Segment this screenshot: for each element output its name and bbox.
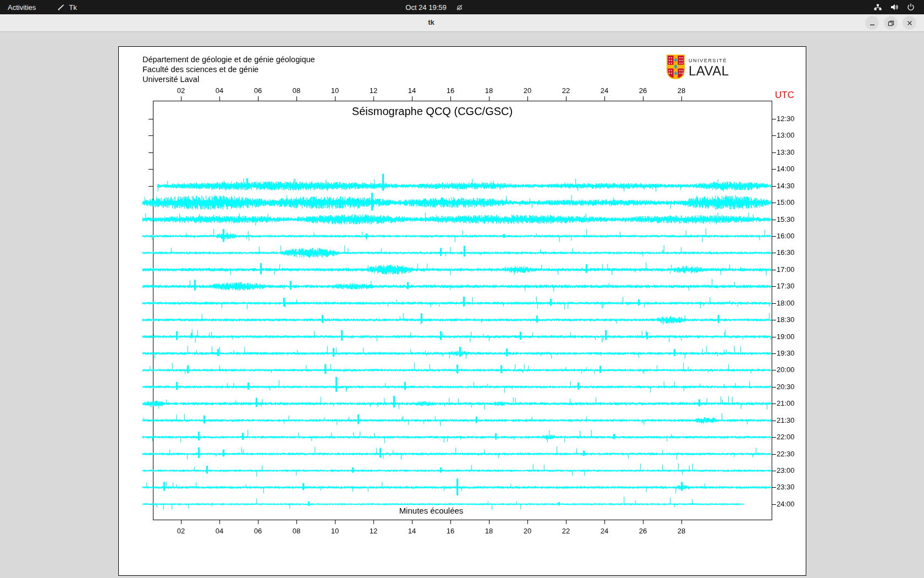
x-tick-label-bottom: 18 xyxy=(481,527,497,535)
utc-tick-label: 18:30 xyxy=(777,315,795,324)
volume-icon xyxy=(890,3,899,12)
app-menu[interactable]: Tk xyxy=(49,0,84,14)
utc-tick-label: 23:00 xyxy=(777,466,795,475)
x-tick-label-top: 26 xyxy=(635,86,651,95)
universite-laval-logo: UNIVERSITÉ LAVAL xyxy=(667,54,729,81)
plot-title: Séismographe QCQ (CGC/GSC) xyxy=(322,105,542,118)
tk-window-content: Département de géologie et de génie géol… xyxy=(0,32,924,578)
utc-tick-label: 21:00 xyxy=(777,399,795,407)
utc-tick-label: 16:30 xyxy=(777,248,795,257)
x-tick-label-bottom: 14 xyxy=(404,527,420,535)
x-tick-label-top: 16 xyxy=(443,86,458,95)
x-axis-title: Minutes écoulées xyxy=(349,506,514,515)
activities-button[interactable]: Activities xyxy=(0,0,43,14)
notifications-muted-icon xyxy=(455,3,464,12)
utc-tick-label: 12:30 xyxy=(777,114,795,123)
window-titlebar[interactable]: tk xyxy=(0,14,924,32)
close-button[interactable] xyxy=(903,16,916,30)
minimize-button[interactable] xyxy=(865,16,879,30)
utc-tick-label: 13:30 xyxy=(777,148,795,156)
x-tick-label-bottom: 02 xyxy=(173,527,189,535)
org-name-line3: Université Laval xyxy=(142,74,199,84)
logo-word-laval: LAVAL xyxy=(689,64,729,78)
seismograph-panel: Département de géologie et de génie géol… xyxy=(118,46,806,576)
system-status-menu[interactable] xyxy=(869,0,920,14)
utc-tick-label: 24:00 xyxy=(777,500,795,508)
tk-feather-icon xyxy=(57,3,65,12)
app-menu-label: Tk xyxy=(69,3,76,12)
x-tick-label-bottom: 16 xyxy=(443,527,458,535)
x-tick-label-top: 18 xyxy=(481,86,497,95)
utc-tick-label: 15:00 xyxy=(777,198,795,206)
org-name-line1: Département de géologie et de génie géol… xyxy=(142,54,315,64)
utc-tick-label: 18:00 xyxy=(777,299,795,307)
x-tick-label-bottom: 20 xyxy=(520,527,535,535)
x-tick-label-bottom: 26 xyxy=(635,527,651,535)
x-tick-label-top: 20 xyxy=(520,86,535,95)
x-tick-label-top: 10 xyxy=(327,86,343,95)
clock-label: Oct 24 19:59 xyxy=(405,3,446,12)
x-tick-label-bottom: 22 xyxy=(558,527,574,535)
seismograph-plot xyxy=(119,47,807,576)
utc-tick-label: 21:30 xyxy=(777,416,795,424)
x-tick-label-top: 12 xyxy=(366,86,381,95)
x-tick-label-bottom: 12 xyxy=(366,527,381,535)
x-tick-label-top: 04 xyxy=(212,86,227,95)
x-tick-label-bottom: 24 xyxy=(597,527,612,535)
window-title: tk xyxy=(418,18,444,26)
utc-tick-label: 16:00 xyxy=(777,232,795,240)
x-tick-label-bottom: 06 xyxy=(250,527,266,535)
x-tick-label-top: 14 xyxy=(404,86,420,95)
network-wired-icon xyxy=(873,3,882,12)
x-tick-label-top: 06 xyxy=(250,86,266,95)
top-bar: Activities Tk Oct 24 19:59 xyxy=(0,0,924,14)
utc-tick-label: 17:00 xyxy=(777,265,795,274)
utc-tick-label: 15:30 xyxy=(777,215,795,223)
x-tick-label-bottom: 08 xyxy=(289,527,304,535)
x-tick-label-top: 22 xyxy=(558,86,574,95)
utc-tick-label: 14:00 xyxy=(777,165,795,173)
utc-tick-label: 13:00 xyxy=(777,131,795,139)
x-tick-label-bottom: 28 xyxy=(674,527,689,535)
utc-tick-label: 19:00 xyxy=(777,332,795,341)
logo-word-universite: UNIVERSITÉ xyxy=(689,58,729,63)
utc-tick-label: 20:00 xyxy=(777,366,795,374)
utc-tick-label: 19:30 xyxy=(777,349,795,357)
desktop: Activities Tk Oct 24 19:59 xyxy=(0,0,924,578)
x-tick-label-top: 28 xyxy=(674,86,689,95)
utc-tick-label: 17:30 xyxy=(777,282,795,290)
x-tick-label-top: 24 xyxy=(597,86,612,95)
utc-tick-label: 14:30 xyxy=(777,182,795,190)
x-tick-label-bottom: 10 xyxy=(327,527,343,535)
laval-shield-icon xyxy=(667,54,685,81)
utc-tick-label: 22:00 xyxy=(777,433,795,441)
maximize-button[interactable] xyxy=(884,16,898,30)
x-tick-label-bottom: 04 xyxy=(212,527,227,535)
utc-tick-label: 22:30 xyxy=(777,450,795,458)
utc-tick-label: 23:30 xyxy=(777,483,795,491)
utc-tick-label: 20:30 xyxy=(777,383,795,391)
x-tick-label-top: 02 xyxy=(173,86,189,95)
x-tick-label-top: 08 xyxy=(289,86,304,95)
power-icon xyxy=(906,3,915,12)
utc-axis-title: UTC xyxy=(775,90,794,101)
org-name-line2: Faculté des sciences et de génie xyxy=(142,64,258,74)
clock-menu[interactable]: Oct 24 19:59 xyxy=(385,0,484,14)
